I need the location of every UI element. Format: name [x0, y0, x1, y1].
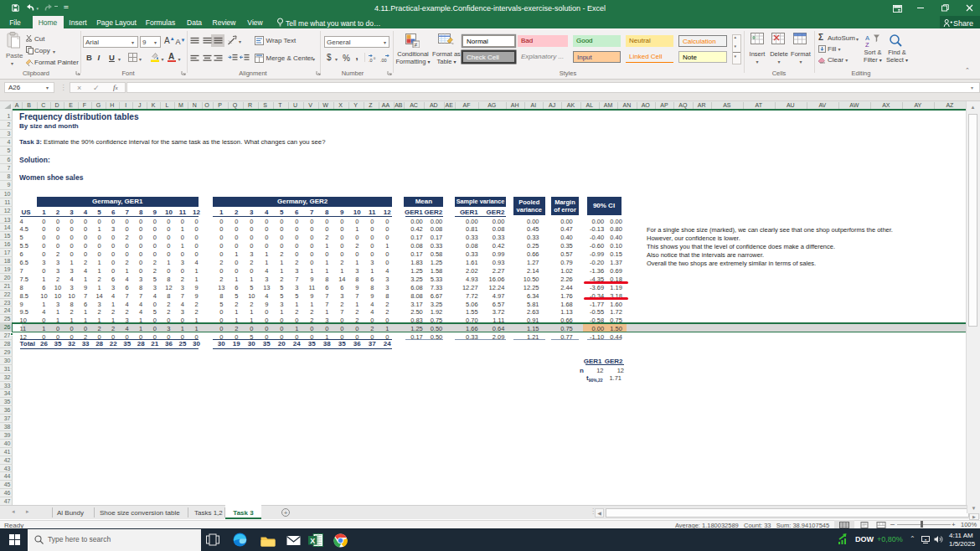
- svg-text:.0: .0: [369, 57, 373, 62]
- svg-text:0: 0: [374, 56, 376, 60]
- svg-text:.00: .00: [380, 57, 387, 62]
- svg-text:Z: Z: [865, 41, 869, 48]
- svg-text:X: X: [310, 536, 315, 544]
- svg-text:≠: ≠: [415, 42, 418, 48]
- svg-text:▾: ▾: [925, 538, 926, 542]
